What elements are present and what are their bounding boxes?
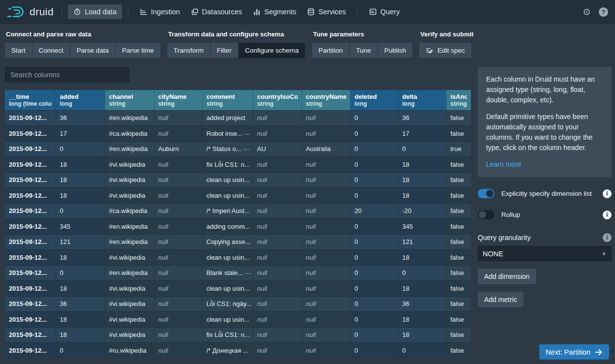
cell-value: null bbox=[306, 300, 316, 307]
step-button-label: Filter bbox=[217, 47, 232, 54]
cell-deleted: 0 bbox=[350, 126, 398, 142]
info-icon[interactable]: i bbox=[603, 233, 612, 242]
info-icon[interactable]: i bbox=[603, 189, 612, 198]
next-partition-button[interactable]: Next: Partition bbox=[539, 344, 609, 360]
table-row: 2015-09-12...18#vi.wikipedianullclean up… bbox=[5, 312, 471, 328]
show-full-value-dots[interactable]: ••• bbox=[245, 132, 251, 136]
toggle-switch-explicitly-specify-dimension-list[interactable] bbox=[478, 189, 494, 198]
cell-countryName: null bbox=[302, 234, 350, 250]
cell-value: 2015-09-12... bbox=[9, 331, 47, 338]
cell-value: null bbox=[158, 207, 168, 214]
cell-channel: #ca.wikipedia bbox=[105, 126, 154, 142]
cell-value: null bbox=[306, 316, 316, 323]
load-data-icon bbox=[73, 8, 81, 16]
cell-comment: /* Донецкая ... bbox=[202, 343, 253, 359]
step-button-transform[interactable]: Transform bbox=[167, 43, 211, 58]
cell-value: 0 bbox=[355, 161, 358, 168]
cell-value: 18 bbox=[60, 161, 67, 168]
cell-value: null bbox=[158, 254, 168, 261]
nav-divider bbox=[357, 6, 358, 17]
nav-item-segments[interactable]: Segments bbox=[247, 4, 302, 19]
column-header-channel[interactable]: channelstring bbox=[105, 90, 154, 110]
step-button-connect[interactable]: Connect bbox=[32, 43, 70, 58]
step-button-parse-time[interactable]: Parse time bbox=[116, 43, 160, 58]
cell-__time: 2015-09-12... bbox=[5, 172, 56, 188]
cell-value: #en.wikipedia bbox=[109, 145, 148, 152]
cell-added: 18 bbox=[56, 250, 105, 266]
cell-value: null bbox=[257, 285, 267, 292]
column-type: long bbox=[355, 100, 394, 107]
nav-item-load-data[interactable]: Load data bbox=[68, 4, 122, 19]
cell-delta: 0 bbox=[398, 141, 446, 157]
column-header-cityName[interactable]: cityNamestring bbox=[154, 90, 202, 110]
cell-value: false bbox=[451, 161, 464, 168]
column-header-added[interactable]: addedlong bbox=[56, 90, 105, 110]
column-header-countryIsoCode[interactable]: countryIsoCodestring bbox=[253, 90, 302, 110]
toggle-switch-rollup[interactable] bbox=[478, 210, 494, 219]
show-full-value-dots[interactable]: ••• bbox=[243, 147, 249, 152]
cell-countryIsoCode: null bbox=[253, 234, 302, 250]
step-button-configure-schema[interactable]: Configure schema bbox=[239, 43, 306, 58]
cell-value: #en.wikipedia bbox=[109, 223, 148, 230]
cell-__time: 2015-09-12... bbox=[5, 281, 56, 297]
cell-comment: clean up usin... bbox=[202, 172, 253, 188]
toggle-row: Rollupi bbox=[478, 210, 612, 219]
cell-value: clean up usin... bbox=[207, 254, 249, 261]
nav-item-query[interactable]: Query bbox=[364, 4, 405, 19]
step-button-tune[interactable]: Tune bbox=[350, 43, 378, 58]
cell-value: 18 bbox=[60, 192, 67, 199]
cell-__time: 2015-09-12... bbox=[5, 312, 56, 328]
cell-value: /* Imperi Aust... bbox=[207, 207, 250, 214]
add-dimension-button[interactable]: Add dimension bbox=[478, 269, 536, 284]
info-icon[interactable]: i bbox=[603, 211, 612, 219]
add-metric-button[interactable]: Add metric bbox=[478, 292, 523, 307]
cell-value: 0 bbox=[355, 145, 358, 152]
cell-value: 18 bbox=[60, 176, 67, 183]
search-columns-input[interactable] bbox=[5, 67, 129, 82]
cell-__time: 2015-09-12... bbox=[5, 343, 56, 359]
cell-countryIsoCode: null bbox=[253, 250, 302, 266]
column-header-comment[interactable]: commentstring bbox=[202, 90, 253, 110]
column-header-countryName[interactable]: countryNamestring bbox=[302, 90, 350, 110]
cell-delta: 18 bbox=[398, 250, 446, 266]
cell-added: 18 bbox=[56, 157, 105, 173]
cell-value: #vi.wikipedia bbox=[109, 254, 146, 261]
cell-value: null bbox=[306, 223, 316, 230]
cell-value: clean up usin... bbox=[207, 192, 249, 199]
gear-icon[interactable]: ⚙ bbox=[583, 6, 591, 18]
cell-countryIsoCode: null bbox=[253, 157, 302, 173]
column-header-isAnonymous[interactable]: isAnonymousstring bbox=[446, 90, 471, 110]
column-type: long (time column) bbox=[9, 100, 52, 107]
cell-delta: 18 bbox=[398, 312, 446, 328]
show-full-value-dots[interactable]: ••• bbox=[245, 271, 251, 275]
cell-comment: Copying asse... bbox=[202, 234, 253, 250]
step-button-publish[interactable]: Publish bbox=[378, 43, 412, 58]
learn-more-link[interactable]: Learn more bbox=[486, 160, 522, 168]
nav-item-ingestion[interactable]: Ingestion bbox=[134, 4, 185, 19]
cell-cityName: null bbox=[154, 203, 202, 219]
nav-item-datasources[interactable]: Datasources bbox=[185, 4, 247, 19]
cell-value: null bbox=[158, 316, 168, 323]
table-row: 2015-09-12...18#vi.wikipedianullclean up… bbox=[5, 281, 471, 297]
cell-delta: 18 bbox=[398, 188, 446, 204]
query-granularity-select[interactable]: NONE ▼ bbox=[478, 246, 612, 261]
step-button-parse-data[interactable]: Parse data bbox=[70, 43, 116, 58]
step-button-filter[interactable]: Filter bbox=[211, 43, 239, 58]
selected-granularity: NONE bbox=[483, 250, 503, 258]
help-icon[interactable]: ? bbox=[599, 7, 608, 17]
cell-delta: 18 bbox=[398, 281, 446, 297]
column-header-__time[interactable]: __timelong (time column) bbox=[5, 90, 56, 110]
cell-channel: #vi.wikipedia bbox=[105, 188, 154, 204]
cell-added: 0 bbox=[56, 141, 105, 157]
brand-name: druid bbox=[30, 6, 54, 18]
step-button-start[interactable]: Start bbox=[5, 43, 32, 58]
cell-value: fix Lỗi CS1: n... bbox=[207, 161, 250, 168]
cell-value: false bbox=[451, 238, 464, 245]
step-button-partition[interactable]: Partition bbox=[312, 43, 350, 58]
column-header-deleted[interactable]: deletedlong bbox=[350, 90, 398, 110]
cell-channel: #en.wikipedia bbox=[105, 265, 154, 281]
column-header-delta[interactable]: deltalong bbox=[398, 90, 446, 110]
cell-value: null bbox=[306, 238, 316, 245]
nav-item-services[interactable]: Services bbox=[302, 4, 351, 19]
step-button-edit-spec[interactable]: Edit spec bbox=[419, 43, 471, 58]
